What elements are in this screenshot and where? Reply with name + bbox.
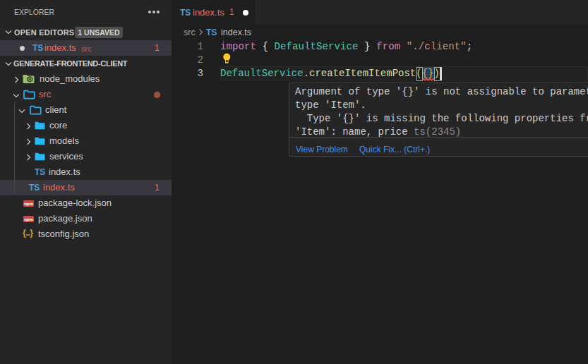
svg-text:npm: npm xyxy=(24,217,33,222)
svg-text:npm: npm xyxy=(24,202,33,206)
